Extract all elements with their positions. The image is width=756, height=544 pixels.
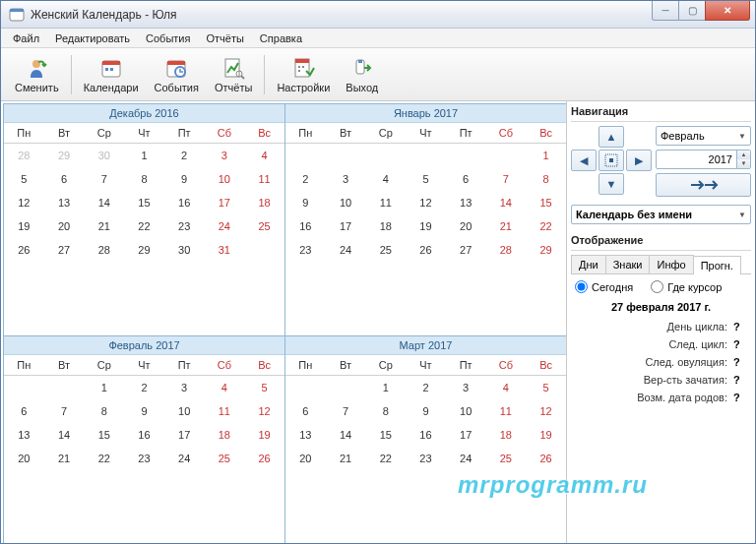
day-cell[interactable]: 14: [44, 423, 85, 447]
radio-today-input[interactable]: [575, 280, 588, 293]
day-cell[interactable]: [326, 375, 366, 399]
tool-События[interactable]: События: [147, 54, 207, 95]
day-cell[interactable]: 1: [526, 144, 566, 168]
calendar-combo[interactable]: Календарь без имени ▼: [571, 205, 751, 224]
day-cell[interactable]: [44, 375, 85, 399]
day-cell[interactable]: 17: [326, 214, 366, 238]
day-cell[interactable]: 9: [124, 399, 164, 423]
day-cell[interactable]: 20: [4, 447, 44, 470]
day-cell[interactable]: 4: [486, 375, 527, 399]
day-cell[interactable]: 19: [526, 423, 566, 447]
day-cell[interactable]: 19: [244, 423, 284, 447]
day-cell[interactable]: 4: [365, 167, 406, 191]
day-cell[interactable]: 29: [44, 144, 85, 168]
tool-Выход[interactable]: Выход: [338, 54, 386, 95]
day-cell[interactable]: 15: [84, 423, 124, 447]
day-cell[interactable]: 13: [446, 191, 486, 214]
day-cell[interactable]: 10: [446, 399, 486, 423]
tool-Сменить[interactable]: Сменить: [7, 54, 67, 95]
day-cell[interactable]: 6: [4, 399, 44, 423]
day-cell[interactable]: 11: [205, 399, 245, 423]
day-cell[interactable]: 27: [446, 238, 486, 262]
radio-today[interactable]: Сегодня: [575, 280, 633, 293]
day-cell[interactable]: 7: [486, 167, 527, 191]
day-cell[interactable]: [244, 238, 284, 262]
day-cell[interactable]: 22: [84, 447, 124, 470]
day-cell[interactable]: 12: [526, 399, 566, 423]
day-cell[interactable]: 13: [44, 191, 85, 214]
tab-Дни[interactable]: Дни: [571, 255, 606, 273]
year-spinner[interactable]: ▲▼: [656, 150, 751, 169]
day-cell[interactable]: 10: [205, 167, 245, 191]
day-cell[interactable]: 19: [4, 214, 44, 238]
day-cell[interactable]: [406, 144, 446, 168]
day-cell[interactable]: 25: [486, 447, 527, 470]
day-cell[interactable]: 6: [285, 399, 326, 423]
nav-today-button[interactable]: [598, 150, 624, 171]
day-cell[interactable]: 12: [244, 399, 284, 423]
day-cell[interactable]: 18: [205, 423, 245, 447]
day-cell[interactable]: 24: [205, 214, 245, 238]
year-up-button[interactable]: ▲: [736, 151, 750, 159]
day-cell[interactable]: 7: [84, 167, 124, 191]
day-cell[interactable]: 17: [205, 191, 245, 214]
tab-Знаки[interactable]: Знаки: [605, 255, 651, 273]
day-cell[interactable]: 18: [244, 191, 284, 214]
day-cell[interactable]: 1: [84, 375, 124, 399]
day-cell[interactable]: 6: [446, 167, 486, 191]
day-cell[interactable]: 16: [406, 423, 446, 447]
day-cell[interactable]: 29: [526, 238, 566, 262]
day-cell[interactable]: 11: [244, 167, 284, 191]
day-cell[interactable]: 26: [406, 238, 446, 262]
day-cell[interactable]: 7: [44, 399, 85, 423]
day-cell[interactable]: 29: [124, 238, 164, 262]
day-cell[interactable]: 9: [285, 191, 326, 214]
day-cell[interactable]: 23: [285, 238, 326, 262]
day-cell[interactable]: 2: [285, 167, 326, 191]
month-combo[interactable]: Февраль ▼: [656, 126, 751, 146]
day-cell[interactable]: [365, 144, 406, 168]
day-cell[interactable]: 10: [164, 399, 205, 423]
day-cell[interactable]: 15: [124, 191, 164, 214]
day-cell[interactable]: 17: [446, 423, 486, 447]
day-cell[interactable]: 25: [244, 214, 284, 238]
day-cell[interactable]: 8: [365, 399, 406, 423]
day-cell[interactable]: 24: [446, 447, 486, 470]
day-cell[interactable]: 25: [365, 238, 406, 262]
day-cell[interactable]: 27: [44, 238, 85, 262]
nav-go-button[interactable]: [656, 173, 751, 197]
day-cell[interactable]: 15: [365, 423, 406, 447]
day-cell[interactable]: [285, 144, 326, 168]
day-cell[interactable]: 12: [4, 191, 44, 214]
day-cell[interactable]: 1: [124, 144, 164, 168]
radio-cursor-input[interactable]: [651, 280, 663, 293]
day-cell[interactable]: 20: [44, 214, 85, 238]
day-cell[interactable]: 16: [124, 423, 164, 447]
day-cell[interactable]: 19: [406, 214, 446, 238]
day-cell[interactable]: 11: [486, 399, 527, 423]
day-cell[interactable]: 4: [205, 375, 245, 399]
day-cell[interactable]: 26: [244, 447, 284, 470]
day-cell[interactable]: 4: [244, 144, 284, 168]
day-cell[interactable]: 30: [164, 238, 205, 262]
day-cell[interactable]: 25: [205, 447, 245, 470]
day-cell[interactable]: 11: [365, 191, 406, 214]
nav-down-button[interactable]: ▼: [598, 173, 624, 195]
tool-Отчёты[interactable]: Отчёты: [207, 54, 260, 95]
day-cell[interactable]: 18: [365, 214, 406, 238]
day-cell[interactable]: 10: [326, 191, 366, 214]
day-cell[interactable]: 2: [124, 375, 164, 399]
day-cell[interactable]: 14: [84, 191, 124, 214]
day-cell[interactable]: [446, 144, 486, 168]
day-cell[interactable]: 22: [526, 214, 566, 238]
day-cell[interactable]: 15: [526, 191, 566, 214]
day-cell[interactable]: 20: [446, 214, 486, 238]
day-cell[interactable]: [285, 375, 326, 399]
day-cell[interactable]: 21: [84, 214, 124, 238]
day-cell[interactable]: 20: [285, 447, 326, 470]
day-cell[interactable]: 2: [406, 375, 446, 399]
day-cell[interactable]: 3: [326, 167, 366, 191]
menu-Редактировать[interactable]: Редактировать: [47, 30, 138, 46]
tool-Настройки[interactable]: Настройки: [269, 54, 338, 95]
menu-События[interactable]: События: [138, 30, 198, 46]
